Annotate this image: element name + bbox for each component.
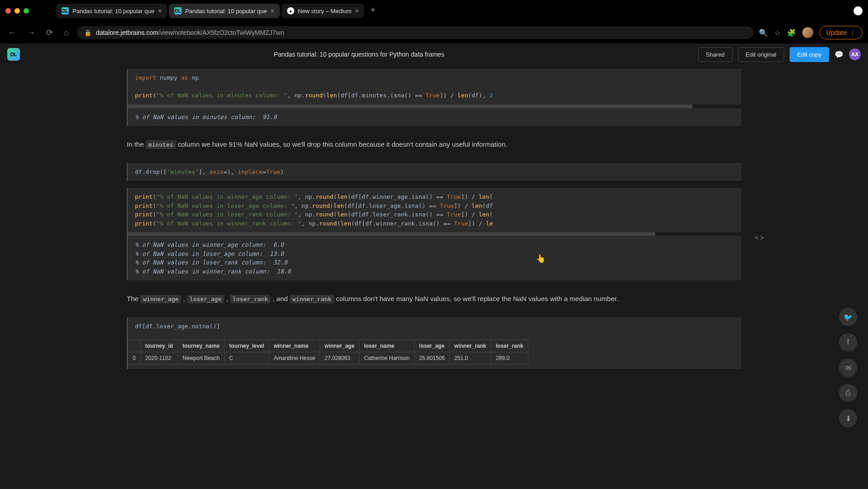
browser-tab-2[interactable]: DL Pandas tutorial: 10 popular que × [169, 4, 280, 18]
code-block[interactable]: import numpy as np print("% of NaN value… [128, 69, 741, 105]
update-label: Update [826, 29, 847, 36]
notification-icon[interactable]: 💬 [834, 50, 844, 59]
table-header: loser_name [359, 340, 414, 352]
forward-button[interactable]: → [24, 25, 38, 40]
tab-title: Pandas tutorial: 10 popular que [72, 8, 154, 14]
table-cell: 27.028063 [320, 352, 359, 364]
url-bar: ← → ⟳ ⌂ 🔒 datalore.jetbrains.com/view/no… [0, 22, 868, 43]
table-cell: 25.801506 [414, 352, 450, 364]
search-icon[interactable]: 🔍 [759, 29, 768, 37]
table-header: loser_age [414, 340, 450, 352]
markdown-text: In the minutes column we have 91% NaN va… [127, 139, 741, 150]
inline-code: loser_age [187, 295, 224, 303]
code-block[interactable]: print("% of NaN values in winner_age col… [128, 188, 741, 232]
update-more-icon: ⋮ [849, 29, 856, 36]
header-actions: Shared Edit original Edit copy 💬 AA [698, 47, 861, 62]
horizontal-scrollbar[interactable] [128, 105, 692, 108]
tab-strip: DL Pandas tutorial: 10 popular que × DL … [56, 4, 854, 18]
extensions-icon[interactable]: 🧩 [787, 29, 796, 37]
bookmark-icon[interactable]: ☆ [774, 29, 781, 37]
tab-title: New story – Medium [298, 8, 351, 14]
insert-code-icon[interactable]: < > [755, 234, 764, 241]
table-header: loser_rank [491, 340, 528, 352]
browser-tab-1[interactable]: DL Pandas tutorial: 10 popular que × [56, 4, 167, 18]
minimize-window[interactable] [14, 8, 20, 14]
close-tab-icon[interactable]: × [271, 7, 274, 14]
table-cell: Amandine Hesse [269, 352, 320, 364]
table-header-row: tourney_id tourney_name tourney_level wi… [128, 340, 528, 352]
table-cell: 251.0 [450, 352, 491, 364]
code-cell[interactable]: df.drop(['minutes'], axis=1, inplace=Tru… [127, 163, 741, 181]
table-header: tourney_name [178, 340, 225, 352]
table-header: winner_age [320, 340, 359, 352]
code-block[interactable]: df.drop(['minutes'], axis=1, inplace=Tru… [128, 163, 741, 181]
inline-code: loser_rank [230, 295, 271, 303]
table-cell: 0 [128, 352, 141, 364]
close-window[interactable] [5, 8, 11, 14]
edit-copy-button[interactable]: Edit copy [790, 47, 829, 62]
user-avatar[interactable]: AA [849, 48, 861, 60]
notebook-content[interactable]: import numpy as np print("% of NaN value… [0, 65, 868, 489]
url-actions: 🔍 ☆ 🧩 Update ⋮ [759, 26, 863, 39]
update-button[interactable]: Update ⋮ [820, 26, 863, 39]
maximize-window[interactable] [24, 8, 29, 14]
notebook-title: Pandas tutorial: 10 popular questions fo… [20, 51, 698, 58]
close-tab-icon[interactable]: × [158, 7, 162, 14]
back-button[interactable]: ← [5, 25, 19, 40]
table-cell: C [225, 352, 269, 364]
markdown-text: The winner_age , loser_age , loser_rank … [127, 293, 741, 305]
horizontal-scrollbar[interactable] [128, 232, 655, 236]
facebook-share-icon[interactable]: f [839, 333, 857, 351]
download-icon[interactable]: ⬇ [839, 409, 857, 427]
print-icon[interactable]: ⎙ [839, 384, 857, 402]
traffic-lights [5, 8, 29, 14]
medium-favicon: ● [287, 7, 294, 14]
browser-tab-3[interactable]: ● New story – Medium × [282, 4, 364, 18]
close-tab-icon[interactable]: × [355, 7, 359, 14]
home-button[interactable]: ⌂ [61, 25, 72, 40]
output-block: % of NaN values in minutes column: 91.0 [128, 108, 741, 126]
table-header: tourney_level [225, 340, 269, 352]
table-header: winner_name [269, 340, 320, 352]
inline-code: winner_age [140, 295, 181, 303]
code-cell[interactable]: print("% of NaN values in winner_age col… [127, 188, 741, 280]
table-header [128, 340, 141, 352]
address-bar[interactable]: 🔒 datalore.jetbrains.com/view/notebook/A… [77, 26, 753, 39]
lock-icon: 🔒 [84, 29, 91, 36]
datalore-logo[interactable]: DL [7, 48, 20, 61]
inline-code: minutes [146, 140, 176, 149]
email-share-icon[interactable]: ✉ [839, 359, 857, 377]
datalore-favicon: DL [62, 7, 69, 14]
profile-avatar[interactable] [802, 27, 813, 38]
shared-button[interactable]: Shared [698, 47, 733, 62]
table-header: tourney_id [140, 340, 177, 352]
new-tab-button[interactable]: + [366, 4, 380, 18]
window-right [854, 6, 863, 15]
table-header: winner_rank [450, 340, 491, 352]
code-block[interactable]: df[df.loser_age.notna()] [128, 317, 741, 336]
cursor-icon: 👆 [536, 254, 546, 264]
output-block: % of NaN values in winner_age column: 6.… [128, 236, 741, 280]
tab-title: Pandas tutorial: 10 popular que [185, 8, 267, 14]
window-chrome: DL Pandas tutorial: 10 popular que × DL … [0, 0, 868, 22]
table-cell: Newport Beach [178, 352, 225, 364]
inline-code: winner_rank [290, 295, 334, 303]
data-table: tourney_id tourney_name tourney_level wi… [128, 340, 528, 364]
code-cell[interactable]: import numpy as np print("% of NaN value… [127, 69, 741, 126]
table-cell: 289.0 [491, 352, 528, 364]
code-cell[interactable]: df[df.loser_age.notna()] [127, 317, 741, 336]
datalore-favicon: DL [174, 7, 182, 14]
refresh-button[interactable]: ⟳ [43, 25, 56, 40]
edit-original-button[interactable]: Edit original [738, 47, 784, 62]
table-cell: 2020-1102 [140, 352, 177, 364]
table-cell: Catherine Harrison [359, 352, 414, 364]
app-header: DL Pandas tutorial: 10 popular questions… [0, 43, 868, 65]
table-row: 0 2020-1102 Newport Beach C Amandine Hes… [128, 352, 528, 364]
table-output[interactable]: tourney_id tourney_name tourney_level wi… [127, 335, 741, 369]
share-rail: 🐦 f ✉ ⎙ ⬇ [839, 308, 857, 427]
shield-icon[interactable] [854, 6, 863, 15]
url-text: datalore.jetbrains.com/view/notebook/AX5… [96, 29, 284, 36]
twitter-share-icon[interactable]: 🐦 [839, 308, 857, 326]
